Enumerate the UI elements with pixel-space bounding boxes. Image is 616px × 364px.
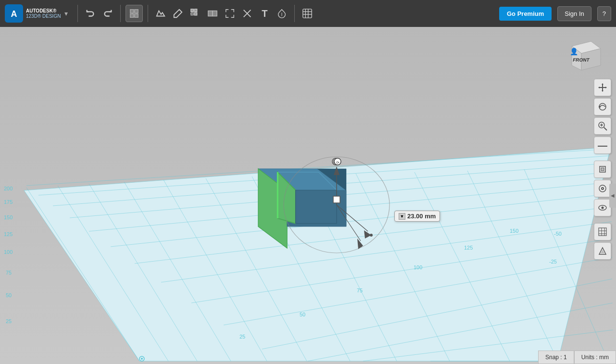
svg-text:125: 125: [464, 245, 473, 251]
fit-button[interactable]: [594, 161, 611, 178]
new-solid-button[interactable]: [126, 5, 143, 22]
measurement-dropdown[interactable]: ▼: [399, 213, 405, 220]
3d-cube[interactable]: [255, 157, 322, 219]
svg-line-16: [226, 10, 234, 18]
svg-text:👤: 👤: [570, 48, 578, 56]
svg-point-117: [602, 207, 604, 209]
transform-button[interactable]: [222, 6, 238, 21]
svg-text:175: 175: [4, 199, 13, 205]
svg-text:150: 150: [510, 228, 518, 234]
svg-text:25: 25: [239, 334, 245, 339]
svg-rect-15: [213, 11, 217, 16]
svg-text:75: 75: [357, 288, 363, 293]
combine-button[interactable]: [205, 6, 220, 21]
redo-button[interactable]: [100, 6, 115, 21]
svg-marker-104: [605, 87, 607, 88]
zoom-out-button[interactable]: —: [594, 137, 611, 154]
measurement-value: 23.00 mm: [407, 213, 436, 220]
svg-rect-13: [191, 13, 194, 15]
svg-marker-77: [296, 190, 337, 223]
text-button[interactable]: T: [257, 6, 272, 21]
svg-text:125: 125: [4, 231, 13, 237]
help-button[interactable]: ?: [597, 6, 611, 21]
svg-text:75: 75: [6, 270, 12, 276]
svg-text:50: 50: [300, 312, 305, 317]
view-toggle-button[interactable]: [594, 199, 611, 216]
svg-point-70: [141, 358, 143, 360]
svg-rect-5: [135, 14, 138, 17]
nav-cube[interactable]: 👤 FRONT: [567, 37, 605, 75]
svg-rect-112: [601, 168, 604, 171]
units-status[interactable]: Units : mm: [574, 351, 616, 364]
logo-dropdown-arrow[interactable]: ▾: [64, 10, 68, 17]
svg-rect-14: [208, 11, 213, 16]
delete-button[interactable]: [239, 6, 255, 21]
modify-button[interactable]: [170, 6, 186, 21]
sketch-button[interactable]: [153, 6, 168, 21]
main-toolbar: A AUTODESK® 123D® DESIGN ▾: [0, 0, 616, 27]
svg-rect-4: [130, 14, 134, 17]
camera-button[interactable]: [594, 180, 611, 197]
svg-line-108: [604, 127, 607, 130]
right-view-controls: —: [594, 79, 611, 260]
material-display-button[interactable]: [594, 242, 611, 260]
svg-rect-118: [599, 228, 606, 236]
svg-text:150: 150: [4, 214, 13, 220]
svg-rect-10: [191, 9, 194, 12]
logo-area: A AUTODESK® 123D® DESIGN ▾: [5, 4, 68, 23]
divider-1: [77, 5, 78, 22]
svg-text:25: 25: [6, 318, 12, 324]
snap-status[interactable]: Snap : 1: [538, 351, 574, 364]
divider-3: [148, 5, 148, 22]
status-bar: Snap : 1 Units : mm: [538, 351, 616, 364]
orbit-button[interactable]: [594, 98, 611, 115]
svg-text:-50: -50: [554, 231, 562, 237]
logo-text: AUTODESK® 123D® DESIGN: [26, 8, 61, 19]
svg-rect-20: [303, 9, 312, 18]
pan-button[interactable]: [594, 79, 611, 96]
svg-marker-101: [602, 83, 603, 85]
3d-viewport[interactable]: 200 175 150 125 100 75 50 25 25 50 75 10…: [0, 27, 616, 364]
svg-rect-11: [195, 9, 198, 12]
zoom-in-button[interactable]: [594, 117, 611, 135]
divider-4: [294, 5, 295, 22]
grid-button[interactable]: [594, 223, 611, 240]
nav-cube-svg: 👤 FRONT: [567, 37, 605, 75]
autodesk-logo-icon: A: [5, 4, 23, 23]
fold-panel-arrow[interactable]: ◀: [609, 184, 616, 208]
svg-text:A: A: [11, 9, 17, 19]
svg-rect-12: [195, 13, 198, 15]
svg-point-115: [602, 188, 603, 189]
svg-text:200: 200: [4, 186, 13, 191]
material-button[interactable]: [300, 6, 315, 21]
svg-text:50: 50: [6, 292, 12, 298]
svg-text:-25: -25: [549, 259, 557, 264]
pattern-button[interactable]: [188, 6, 203, 21]
svg-text:FRONT: FRONT: [572, 57, 590, 63]
svg-marker-102: [602, 90, 603, 92]
svg-text:100: 100: [4, 249, 13, 255]
svg-text:100: 100: [414, 264, 422, 270]
sign-in-button[interactable]: Sign In: [557, 6, 591, 21]
svg-rect-2: [130, 10, 134, 13]
measurement-tooltip: ▼ 23.00 mm: [394, 211, 440, 222]
cube-svg: [255, 157, 341, 234]
divider-2: [120, 5, 121, 22]
undo-button[interactable]: [83, 6, 98, 21]
snap-button[interactable]: [274, 6, 289, 21]
svg-rect-3: [135, 10, 138, 13]
go-premium-button[interactable]: Go Premium: [499, 7, 552, 21]
svg-marker-103: [598, 87, 600, 88]
svg-point-106: [599, 106, 601, 108]
